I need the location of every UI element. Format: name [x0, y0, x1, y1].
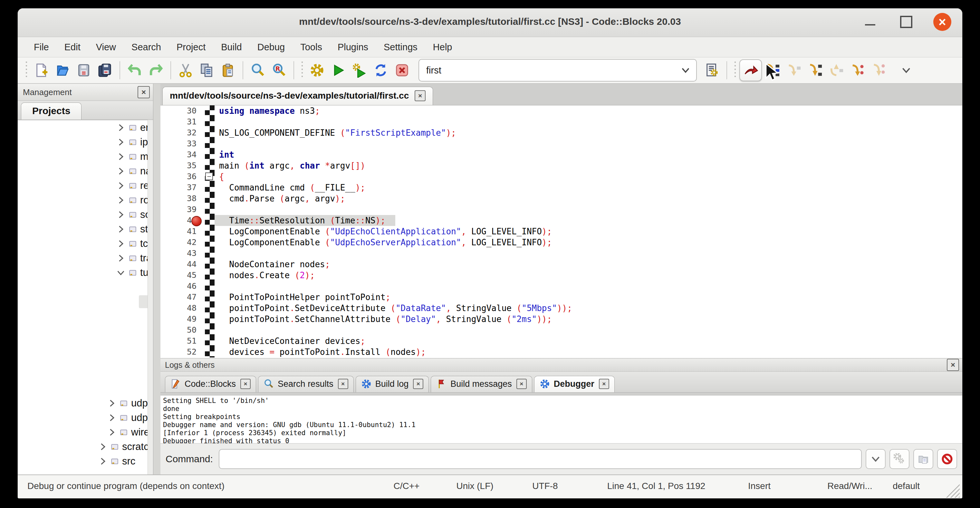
chevron-right-icon[interactable]: [116, 239, 125, 248]
tab-close-icon[interactable]: ×: [240, 379, 251, 389]
code-line-47[interactable]: 47 PointToPointHelper pointToPoint;: [161, 292, 962, 303]
tab-close-icon[interactable]: ×: [338, 379, 348, 389]
fold-margin[interactable]: [205, 248, 215, 259]
fold-margin[interactable]: [205, 237, 215, 248]
code-line-52[interactable]: 52 devices = pointToPoint.Install (nodes…: [161, 347, 962, 357]
open-file-button[interactable]: [52, 60, 73, 81]
save-file-button[interactable]: [73, 60, 94, 81]
code-line-35[interactable]: 35main (int argc, char *argv[]): [161, 160, 962, 171]
tree-item-fir[interactable]: fir: [18, 294, 148, 309]
menu-edit[interactable]: Edit: [57, 42, 88, 53]
next-instruction-button[interactable]: [847, 60, 868, 81]
save-all-button[interactable]: [94, 60, 116, 81]
command-history-button[interactable]: [865, 449, 886, 469]
chevron-right-icon[interactable]: [116, 254, 125, 263]
code-line-44[interactable]: 44 NodeContainer nodes;: [161, 259, 962, 270]
code-line-31[interactable]: 31: [161, 116, 962, 127]
editor-tab-close-icon[interactable]: ×: [415, 90, 426, 101]
fold-margin[interactable]: [205, 314, 215, 325]
code-line-50[interactable]: 50: [161, 325, 962, 336]
menu-settings[interactable]: Settings: [376, 42, 425, 53]
code-line-43[interactable]: 43: [161, 248, 962, 259]
tree-item-six[interactable]: six: [18, 367, 148, 381]
tab-search-results[interactable]: Search results×: [258, 376, 354, 392]
run-button[interactable]: [328, 60, 349, 81]
code-line-49[interactable]: 49 pointToPoint.SetChannelAttribute ("De…: [161, 314, 962, 325]
menu-tools[interactable]: Tools: [293, 42, 330, 53]
undo-button[interactable]: [124, 60, 145, 81]
chevron-right-icon[interactable]: [116, 167, 125, 176]
chevron-down-icon[interactable]: [680, 65, 691, 76]
code-line-40[interactable]: 40 Time::SetResolution (Time::NS);: [161, 215, 962, 226]
code-line-48[interactable]: 48 pointToPoint.SetDeviceAttribute ("Dat…: [161, 303, 962, 314]
code-line-33[interactable]: 33: [161, 138, 962, 149]
panel-splitter[interactable]: [153, 84, 161, 475]
tree-item-nam[interactable]: nam: [18, 164, 148, 178]
fold-margin[interactable]: [205, 259, 215, 270]
tree-item-wire[interactable]: wire: [18, 425, 148, 440]
target-options-button[interactable]: [702, 60, 722, 81]
editor-tab-first-cc[interactable]: mnt/dev/tools/source/ns-3-dev/examples/t…: [162, 87, 433, 105]
code-line-32[interactable]: 32NS_LOG_COMPONENT_DEFINE ("FirstScriptE…: [161, 127, 962, 138]
fold-margin[interactable]: [205, 138, 215, 149]
code-line-37[interactable]: 37 CommandLine cmd (__FILE__);: [161, 182, 962, 193]
new-file-button[interactable]: [30, 60, 52, 81]
tree-item-stat[interactable]: stat: [18, 222, 148, 236]
build-target-combobox[interactable]: [418, 59, 697, 81]
chevron-right-icon[interactable]: [116, 196, 125, 205]
fold-margin[interactable]: [205, 116, 215, 127]
menu-project[interactable]: Project: [169, 42, 213, 53]
menu-plugins[interactable]: Plugins: [330, 42, 376, 53]
rebuild-button[interactable]: [370, 60, 391, 81]
fold-margin[interactable]: [205, 160, 215, 171]
tree-item-mat[interactable]: mat: [18, 149, 148, 164]
chevron-right-icon[interactable]: [98, 457, 107, 466]
tree-item-rout[interactable]: rout: [18, 193, 148, 207]
tree-item-sock[interactable]: sock: [18, 207, 148, 222]
tree-item-scratcl[interactable]: scratcl: [18, 440, 148, 454]
resize-grip[interactable]: [945, 483, 960, 498]
clear-log-button[interactable]: [937, 449, 957, 469]
code-line-39[interactable]: 39: [161, 204, 962, 215]
code-line-42[interactable]: 42 LogComponentEnable ("UdpEchoServerApp…: [161, 237, 962, 248]
fold-margin[interactable]: –: [205, 171, 215, 182]
next-line-button[interactable]: [783, 60, 804, 81]
tab-build-messages[interactable]: Build messages×: [431, 376, 532, 392]
fold-margin[interactable]: [205, 281, 215, 292]
tab-debugger[interactable]: Debugger×: [534, 376, 615, 392]
fold-margin[interactable]: [205, 292, 215, 303]
build-and-run-button[interactable]: [349, 60, 370, 81]
fold-margin[interactable]: [205, 105, 215, 116]
menu-debug[interactable]: Debug: [250, 42, 293, 53]
titlebar[interactable]: mnt/dev/tools/source/ns-3-dev/examples/t…: [18, 8, 962, 37]
toolbar-grip[interactable]: [733, 62, 737, 79]
menu-file[interactable]: File: [26, 42, 57, 53]
tree-item-trafl[interactable]: trafl: [18, 251, 148, 265]
close-button[interactable]: ×: [933, 13, 951, 31]
fold-margin[interactable]: [205, 226, 215, 237]
code-line-45[interactable]: 45 nodes.Create (2);: [161, 270, 962, 281]
debug-continue-button[interactable]: [739, 59, 762, 81]
chevron-right-icon[interactable]: [107, 428, 116, 437]
chevron-right-icon[interactable]: [116, 152, 125, 161]
fold-margin[interactable]: [205, 193, 215, 204]
command-input[interactable]: [219, 449, 862, 469]
tree-item-erro[interactable]: erro: [18, 120, 148, 135]
chevron-right-icon[interactable]: [116, 138, 125, 147]
code-line-41[interactable]: 41 LogComponentEnable ("UdpEchoClientApp…: [161, 226, 962, 237]
tab-close-icon[interactable]: ×: [599, 379, 609, 389]
build-button[interactable]: [306, 60, 328, 81]
tree-item-se[interactable]: se: [18, 338, 148, 352]
fold-margin[interactable]: [205, 336, 215, 347]
fold-margin[interactable]: [205, 204, 215, 215]
chevron-right-icon[interactable]: [116, 181, 125, 190]
fold-margin[interactable]: [205, 270, 215, 281]
logs-close-icon[interactable]: ×: [947, 359, 959, 371]
copy-button[interactable]: [196, 60, 218, 81]
breakpoint-marker[interactable]: [191, 216, 202, 226]
tree-item-he[interactable]: he: [18, 323, 148, 338]
chevron-right-icon[interactable]: [116, 123, 125, 132]
copy-log-button[interactable]: [913, 449, 933, 469]
find-replace-button[interactable]: [268, 60, 290, 81]
code-line-51[interactable]: 51 NetDeviceContainer devices;: [161, 336, 962, 347]
